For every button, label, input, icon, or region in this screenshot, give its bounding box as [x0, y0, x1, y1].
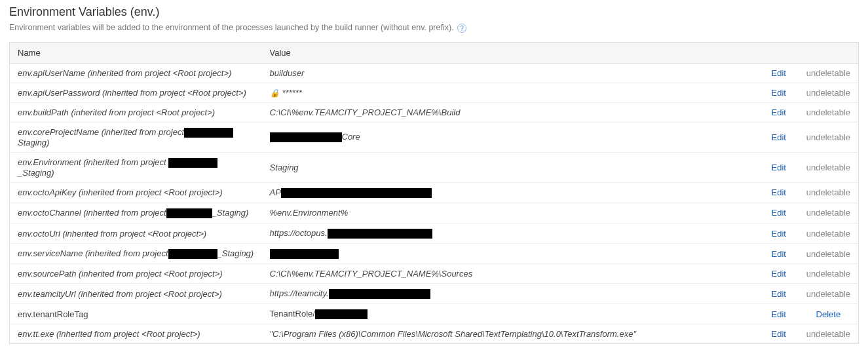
undeletable-label: undeletable	[806, 132, 850, 142]
param-value: %env.Environment%	[262, 203, 759, 223]
undeletable-label: undeletable	[806, 249, 850, 259]
param-name: env.apiUserName (inherited from project …	[10, 63, 262, 83]
param-name: env.tenantRoleTag	[10, 304, 262, 324]
param-value: builduser	[262, 63, 759, 83]
table-row: env.octoChannel (inherited from project_…	[10, 203, 859, 223]
section-title: Environment Variables (env.)	[9, 5, 859, 19]
redacted-block	[281, 188, 432, 198]
edit-link[interactable]: Edit	[772, 132, 786, 142]
param-name: env.tt.exe (inherited from project <Root…	[10, 324, 262, 344]
param-value: Staging	[262, 152, 759, 182]
edit-link[interactable]: Edit	[772, 107, 786, 117]
lock-icon: 🔒	[270, 88, 280, 98]
param-value: AP	[262, 182, 759, 203]
param-value: https://octopus.	[262, 224, 759, 244]
undeletable-label: undeletable	[806, 187, 850, 197]
col-header-name: Name	[10, 42, 262, 63]
param-name: env.coreProjectName (inherited from proj…	[10, 122, 262, 152]
section-description: Environment variables will be added to t…	[9, 22, 494, 34]
table-header-row: Name Value	[10, 42, 859, 63]
param-name: env.apiUserPassword (inherited from proj…	[10, 83, 262, 102]
edit-link[interactable]: Edit	[772, 309, 786, 319]
param-name: env.buildPath (inherited from project <R…	[10, 102, 262, 122]
param-value: https://teamcity.	[262, 284, 759, 304]
edit-link[interactable]: Edit	[772, 88, 786, 98]
param-value: C:\CI\%env.TEAMCITY_PROJECT_NAME%\Source…	[262, 264, 759, 284]
section-description-text: Environment variables will be added to t…	[9, 23, 454, 32]
edit-link[interactable]: Edit	[772, 187, 786, 197]
undeletable-label: undeletable	[806, 68, 850, 78]
edit-link[interactable]: Edit	[772, 68, 786, 78]
param-name: env.teamcityUrl (inherited from project …	[10, 284, 262, 304]
redacted-block	[184, 128, 233, 138]
param-value: TenantRole/	[262, 304, 759, 324]
param-value: Core	[262, 122, 759, 152]
edit-link[interactable]: Edit	[772, 249, 786, 259]
table-row: env.tenantRoleTagTenantRole/EditDelete	[10, 304, 859, 324]
redacted-block	[328, 229, 432, 239]
help-icon[interactable]: ?	[457, 24, 466, 33]
redacted-block	[315, 309, 368, 319]
param-name: env.octoUrl (inherited from project <Roo…	[10, 224, 262, 244]
table-row: env.Environment (inherited from project …	[10, 152, 859, 182]
undeletable-label: undeletable	[806, 107, 850, 117]
undeletable-label: undeletable	[806, 88, 850, 98]
undeletable-label: undeletable	[806, 329, 850, 339]
table-row: env.buildPath (inherited from project <R…	[10, 102, 859, 122]
edit-link[interactable]: Edit	[772, 208, 786, 218]
param-value: 🔒******	[262, 83, 759, 102]
table-row: env.tt.exe (inherited from project <Root…	[10, 324, 859, 344]
undeletable-label: undeletable	[806, 208, 850, 218]
delete-link[interactable]: Delete	[816, 309, 841, 319]
table-row: env.apiUserName (inherited from project …	[10, 63, 859, 83]
param-name: env.octoChannel (inherited from project_…	[10, 203, 262, 223]
param-name: env.octoApiKey (inherited from project <…	[10, 182, 262, 203]
undeletable-label: undeletable	[806, 289, 850, 299]
table-row: env.apiUserPassword (inherited from proj…	[10, 83, 859, 102]
param-value: "C:\Program Files (x86)\Common Files\Mic…	[262, 324, 759, 344]
table-row: env.coreProjectName (inherited from proj…	[10, 122, 859, 152]
edit-link[interactable]: Edit	[772, 329, 786, 339]
param-value	[262, 244, 759, 264]
edit-link[interactable]: Edit	[772, 229, 786, 239]
param-value: C:\CI\%env.TEAMCITY_PROJECT_NAME%\Build	[262, 102, 759, 122]
undeletable-label: undeletable	[806, 163, 850, 172]
undeletable-label: undeletable	[806, 229, 850, 239]
table-row: env.serviceName (inherited from project_…	[10, 244, 859, 264]
redacted-block	[329, 289, 430, 299]
param-name: env.sourcePath (inherited from project <…	[10, 264, 262, 284]
redacted-block	[270, 249, 339, 259]
redacted-block	[168, 249, 217, 259]
env-vars-table: Name Value env.apiUserName (inherited fr…	[9, 42, 859, 345]
redacted-block	[270, 132, 342, 142]
edit-link[interactable]: Edit	[772, 289, 786, 299]
param-name: env.Environment (inherited from project …	[10, 152, 262, 182]
param-name: env.serviceName (inherited from project_…	[10, 244, 262, 264]
redacted-block	[168, 158, 217, 168]
table-row: env.teamcityUrl (inherited from project …	[10, 284, 859, 304]
table-row: env.octoApiKey (inherited from project <…	[10, 182, 859, 203]
edit-link[interactable]: Edit	[772, 163, 786, 172]
table-row: env.sourcePath (inherited from project <…	[10, 264, 859, 284]
undeletable-label: undeletable	[806, 269, 850, 279]
col-header-value: Value	[262, 42, 859, 63]
table-row: env.octoUrl (inherited from project <Roo…	[10, 224, 859, 244]
redacted-block	[166, 208, 212, 218]
edit-link[interactable]: Edit	[772, 269, 786, 279]
